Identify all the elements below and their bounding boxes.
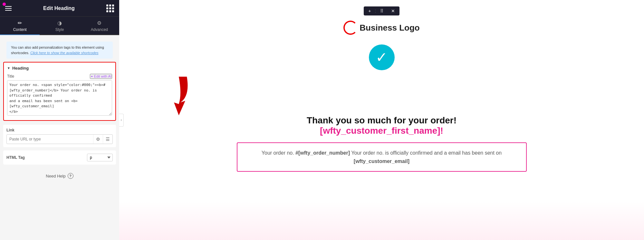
advanced-tab-icon: ⚙ <box>97 20 101 26</box>
checkmark-icon: ✓ <box>376 50 388 64</box>
order-tag: #[wfty_order_number] <box>295 150 350 156</box>
info-box-link[interactable]: Click here to show the available shortco… <box>30 51 99 55</box>
need-help[interactable]: Need Help ? <box>3 168 116 184</box>
dot-indicator <box>3 3 6 6</box>
left-panel: Edit Heading ✏ Content ◑ Style ⚙ Advance… <box>0 0 119 240</box>
link-input[interactable] <box>7 135 93 143</box>
element-toolbar: + : ⠿ ✕ <box>364 6 399 15</box>
toolbar-add-button[interactable]: + <box>367 8 372 14</box>
canvas-bottom-gradient <box>119 201 644 240</box>
toolbar-separator: : <box>375 8 376 14</box>
panel-content: You can also add personalization tags to… <box>0 35 119 240</box>
order-box: Your order no. #[wfty_order_number] Your… <box>237 142 527 172</box>
content-tab-icon: ✏ <box>18 20 22 26</box>
heading-section-header[interactable]: ▼ Heading <box>7 66 112 71</box>
panel-header: Edit Heading <box>0 0 119 17</box>
title-textarea[interactable]: Your order no. <span style="color:#000;"… <box>7 80 112 116</box>
title-label: Title <box>7 74 14 79</box>
right-canvas: + : ⠿ ✕ Business Logo ✓ Thank you so muc… <box>119 0 644 240</box>
red-arrow-icon <box>164 77 203 119</box>
collapse-icon: ‹ <box>121 118 122 122</box>
link-delete-icon[interactable]: ☰ <box>103 135 112 144</box>
edit-ai-label: Edit with AI <box>94 74 111 78</box>
order-prefix: Your order no. <box>262 150 294 156</box>
toolbar-move-handle[interactable]: ⠿ <box>379 8 385 14</box>
business-logo-text: Business Logo <box>360 23 419 33</box>
tabs-bar: ✏ Content ◑ Style ⚙ Advanced <box>0 17 119 35</box>
edit-ai-button[interactable]: Edit with AI <box>90 74 112 79</box>
link-settings-icon[interactable]: ⚙ <box>93 135 103 144</box>
html-tag-select[interactable]: p h1 h2 h3 h4 h5 h6 div span <box>87 154 113 161</box>
html-tag-row: HTML Tag p h1 h2 h3 h4 h5 h6 div span <box>6 154 113 161</box>
order-text: Your order no. #[wfty_order_number] Your… <box>247 149 516 165</box>
tab-advanced[interactable]: ⚙ Advanced <box>80 17 119 34</box>
heading-section: ▼ Heading Title Edit with AI Your order … <box>3 62 116 121</box>
business-logo: Business Logo <box>343 21 419 35</box>
heading-section-label: Heading <box>12 66 29 71</box>
html-tag-section: HTML Tag p h1 h2 h3 h4 h5 h6 div span <box>3 150 116 165</box>
need-help-label: Need Help <box>46 174 65 178</box>
panel-title: Edit Heading <box>12 5 106 11</box>
help-circle-icon: ? <box>68 173 73 179</box>
thank-you-line2: [wfty_customer_first_name]! <box>307 126 457 136</box>
tab-style[interactable]: ◑ Style <box>40 17 79 34</box>
tab-advanced-label: Advanced <box>91 27 108 32</box>
link-section: Link ⚙ ☰ <box>3 125 116 147</box>
tab-content[interactable]: ✏ Content <box>0 17 40 34</box>
grid-menu-icon[interactable] <box>106 5 114 12</box>
tab-content-label: Content <box>13 27 27 32</box>
order-email: [wfty_customer_email] <box>354 158 409 164</box>
tab-style-label: Style <box>55 27 64 32</box>
html-tag-label: HTML Tag <box>6 155 25 160</box>
link-label: Link <box>6 128 113 132</box>
style-tab-icon: ◑ <box>57 20 62 26</box>
arrow-container <box>132 77 631 119</box>
link-input-row: ⚙ ☰ <box>6 134 113 144</box>
section-collapse-arrow: ▼ <box>7 66 10 70</box>
toolbar-close-button[interactable]: ✕ <box>390 8 396 14</box>
title-field-label-row: Title Edit with AI <box>7 74 112 79</box>
info-box: You can also add personalization tags to… <box>6 42 113 59</box>
collapse-panel-handle[interactable]: ‹ <box>119 114 124 127</box>
logo-circle-icon <box>343 21 358 35</box>
hamburger-menu[interactable] <box>5 6 12 11</box>
check-circle: ✓ <box>369 44 395 70</box>
